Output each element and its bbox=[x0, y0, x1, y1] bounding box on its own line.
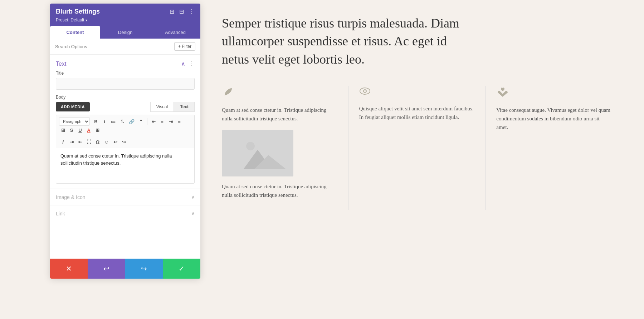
link-title: Link bbox=[56, 211, 65, 216]
collapse-icon[interactable]: ⊟ bbox=[179, 8, 184, 15]
body-content-wrapper: 2 Quam at sed conse ctetur in. Tristique… bbox=[56, 148, 195, 184]
underline-button[interactable]: U bbox=[76, 126, 84, 134]
add-media-button[interactable]: ADD MEDIA bbox=[56, 102, 90, 111]
align-center-button[interactable]: ≡ bbox=[158, 117, 166, 126]
text-section-title: Text bbox=[56, 61, 66, 67]
blurb-text-3: Vitae consequat augue. Vivamus eget dolo… bbox=[496, 106, 612, 131]
outdent-button[interactable]: ⇤ bbox=[76, 138, 84, 146]
section-collapse-icon[interactable]: ∧ bbox=[181, 60, 185, 67]
blurb-text-1: Quam at sed conse ctetur in. Tristique a… bbox=[222, 106, 337, 123]
blurb-text-2: Quisque aliquet velit sit amet sem inter… bbox=[359, 104, 475, 121]
blurb-text-1b: Quam at sed conse ctetur in. Tristique a… bbox=[222, 182, 337, 199]
blurb-col-2: Quisque aliquet velit sit amet sem inter… bbox=[348, 86, 486, 210]
italic2-button[interactable]: I bbox=[59, 138, 67, 146]
paragraph-select[interactable]: Paragraph bbox=[59, 117, 90, 126]
svg-point-4 bbox=[246, 142, 255, 150]
panel-header-icons: ⊞ ⊟ ⋮ bbox=[170, 8, 195, 15]
visual-text-tabs: Visual Text bbox=[150, 102, 195, 112]
blurb-grid: Quam at sed conse ctetur in. Tristique a… bbox=[222, 86, 623, 210]
blockquote-button[interactable]: " bbox=[137, 117, 145, 126]
main-content: Semper tristique risus turpis malesuada.… bbox=[200, 0, 644, 319]
link-chevron: ∨ bbox=[191, 210, 195, 216]
panel-tabs: Content Design Advanced bbox=[50, 26, 200, 39]
more-button[interactable]: ⊞ bbox=[93, 126, 101, 134]
tab-content[interactable]: Content bbox=[50, 26, 100, 39]
editor-content[interactable]: Quam at sed conse ctetur in. Tristique a… bbox=[56, 148, 195, 184]
strikethrough-button[interactable]: S bbox=[68, 126, 75, 134]
title-label: Title bbox=[56, 71, 195, 76]
editor-toolbar: Paragraph B I ≔ ⒈ 🔗 " ⇤ ≡ ⇥ ≡ ⊞ S U bbox=[56, 115, 195, 136]
image-icon-title: Image & Icon bbox=[56, 194, 86, 200]
preset-arrow: ▾ bbox=[86, 18, 87, 22]
image-icon-section[interactable]: Image & Icon ∨ bbox=[50, 189, 200, 205]
section-controls: ∧ ⋮ bbox=[181, 60, 195, 67]
text-tab[interactable]: Text bbox=[174, 102, 195, 112]
panel-header-top: Blurb Settings ⊞ ⊟ ⋮ bbox=[56, 8, 195, 15]
undo-button[interactable]: ↩ bbox=[111, 138, 119, 146]
expand-icon[interactable]: ⊞ bbox=[170, 8, 174, 15]
redo-button[interactable]: ↪ bbox=[120, 138, 128, 146]
image-icon-chevron: ∨ bbox=[191, 194, 195, 200]
hero-text: Semper tristique risus turpis malesuada.… bbox=[222, 14, 472, 68]
section-menu-icon[interactable]: ⋮ bbox=[189, 60, 195, 67]
body-field-group: Body ADD MEDIA Visual Text bbox=[50, 95, 200, 189]
preset-label: Preset: Default bbox=[56, 18, 84, 23]
blurb-col-3: Vitae consequat augue. Vivamus eget dolo… bbox=[486, 86, 623, 210]
more-options-icon[interactable]: ⋮ bbox=[189, 8, 195, 15]
editor-toolbar-row2: I ⇥ ⇤ ⛶ Ω ☺ ↩ ↪ bbox=[56, 136, 195, 148]
blurb-col-1: Quam at sed conse ctetur in. Tristique a… bbox=[222, 86, 348, 210]
panel-content: 1 Text ∧ ⋮ Title Body bbox=[50, 55, 200, 259]
ordered-list-button[interactable]: ⒈ bbox=[118, 117, 126, 126]
save-button[interactable]: ✓ bbox=[163, 259, 200, 279]
panel-title: Blurb Settings bbox=[56, 8, 100, 15]
italic-button[interactable]: I bbox=[101, 117, 108, 126]
title-input[interactable] bbox=[56, 78, 195, 90]
indent-button[interactable]: ⇥ bbox=[68, 138, 75, 146]
text-section-wrapper: 1 Text ∧ ⋮ Title Body bbox=[50, 55, 200, 189]
body-toolbar-top: ADD MEDIA Visual Text bbox=[56, 102, 195, 112]
fullscreen-button[interactable]: ⛶ bbox=[85, 138, 93, 146]
blurb-image-1 bbox=[222, 130, 293, 176]
align-right-button[interactable]: ⇥ bbox=[167, 117, 175, 126]
blurb-icon-1 bbox=[222, 86, 337, 100]
undo-footer-button[interactable]: ↩ bbox=[88, 259, 125, 279]
emoji-button[interactable]: ☺ bbox=[102, 138, 111, 146]
omega-button[interactable]: Ω bbox=[94, 138, 102, 146]
justify-button[interactable]: ≡ bbox=[175, 117, 183, 126]
redo-footer-button[interactable]: ↪ bbox=[125, 259, 163, 279]
tab-design[interactable]: Design bbox=[100, 26, 150, 39]
panel-footer: ✕ ↩ ↪ ✓ bbox=[50, 259, 200, 279]
panel-preset[interactable]: Preset: Default ▾ bbox=[56, 18, 195, 23]
tab-advanced[interactable]: Advanced bbox=[150, 26, 200, 39]
cancel-button[interactable]: ✕ bbox=[50, 259, 88, 279]
blurb-icon-2 bbox=[359, 86, 475, 99]
search-input[interactable] bbox=[55, 44, 174, 49]
search-bar: + Filter bbox=[50, 39, 200, 55]
body-label: Body bbox=[56, 95, 195, 100]
blurb-icon-3 bbox=[496, 86, 612, 100]
align-left-button[interactable]: ⇤ bbox=[150, 117, 157, 126]
title-field-group: Title bbox=[50, 71, 200, 95]
text-section-header: Text ∧ ⋮ bbox=[50, 55, 200, 71]
svg-point-7 bbox=[364, 90, 366, 92]
panel-header: Blurb Settings ⊞ ⊟ ⋮ Preset: Default ▾ bbox=[50, 4, 200, 26]
link-button[interactable]: 🔗 bbox=[127, 117, 136, 126]
toolbar-divider-1 bbox=[147, 118, 147, 125]
blurb-settings-panel: Blurb Settings ⊞ ⊟ ⋮ Preset: Default ▾ C… bbox=[50, 4, 200, 279]
text-color-button[interactable]: A bbox=[85, 126, 93, 134]
filter-button[interactable]: + Filter bbox=[174, 42, 195, 51]
visual-tab[interactable]: Visual bbox=[150, 102, 174, 112]
unordered-list-button[interactable]: ≔ bbox=[109, 117, 117, 126]
bold-button[interactable]: B bbox=[92, 117, 100, 126]
table-button[interactable]: ⊞ bbox=[59, 126, 67, 134]
link-section[interactable]: Link ∨ bbox=[50, 205, 200, 221]
